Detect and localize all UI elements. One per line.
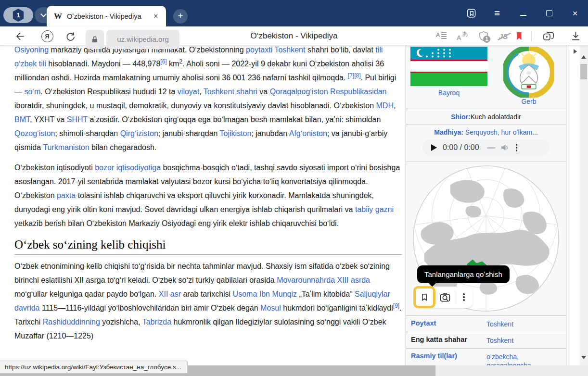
coat-of-arms-link[interactable]: Gerb: [521, 98, 536, 105]
article-paragraph-3: Oʻzbek etnonimining kelib chiqishi toʻgʻ…: [14, 259, 402, 343]
anthem-label-link[interactable]: Madhiya:: [434, 128, 463, 136]
text-link[interactable]: Toshkent shahri: [204, 88, 257, 96]
menu-icon: ≡: [494, 8, 500, 19]
image-hover-toolbar: [414, 287, 473, 308]
audio-progress[interactable]: [487, 147, 496, 149]
vertical-scrollbar-thumb[interactable]: [580, 64, 587, 79]
article-paragraph-2: Oʻzbekiston iqtisodiyoti bozor iqtisodiy…: [14, 161, 402, 230]
page-viewport: Osiyoning markaziy qismida joylashgan ma…: [0, 46, 588, 376]
reload-button[interactable]: [62, 26, 79, 46]
downloads-button[interactable]: [566, 26, 585, 46]
text-span: , YXHT va: [30, 115, 67, 124]
extensions-icon: [542, 30, 555, 42]
text-link[interactable]: poytaxti: [246, 46, 272, 54]
text-link[interactable]: Afgʻoniston: [289, 129, 327, 138]
scroll-right-arrow-icon[interactable]: [574, 49, 577, 54]
image-more-button[interactable]: [455, 287, 473, 308]
uzbekistan-flag-image[interactable]: [410, 47, 487, 86]
text-link[interactable]: Qozogʻiston: [14, 129, 55, 138]
bookmark-outline-icon: [420, 292, 429, 302]
vertical-scrollbar[interactable]: [580, 46, 588, 365]
more-options-icon: [461, 291, 466, 302]
reader-mode-button[interactable]: A: [432, 26, 450, 46]
tab-counter-shield-icon: 1: [12, 9, 25, 22]
browser-tab[interactable]: W Oʻzbekiston - Vikipediya ×: [47, 6, 166, 26]
javascript-toggle-button[interactable]: JS: [494, 26, 513, 46]
text-link[interactable]: [9]: [393, 302, 399, 309]
text-span: „Taʼlim kitobida“: [297, 290, 355, 298]
motto-label-link[interactable]: Shior:: [451, 113, 470, 121]
play-icon[interactable]: [431, 144, 437, 151]
address-bar[interactable]: uz.wikipedia.org: [106, 30, 179, 49]
text-span: ; janubdan: [251, 129, 289, 138]
site-security-button[interactable]: [86, 30, 104, 49]
text-span: yozishicha,: [100, 318, 142, 326]
uzbekistan-coat-of-arms-image[interactable]: [503, 47, 554, 98]
text-link[interactable]: Qirgʻiziston: [120, 129, 158, 138]
tab-close-icon[interactable]: ×: [153, 12, 158, 21]
audio-player: 0:00 / 0:00: [422, 139, 550, 156]
infobox-row-largest-city: Eng katta shahar Toshkent: [406, 332, 566, 349]
wikipedia-favicon: W: [54, 12, 62, 21]
motto-text: Kuch adolatdadir: [471, 113, 521, 121]
new-tab-button[interactable]: +: [173, 9, 188, 24]
text-link[interactable]: XII asr: [159, 290, 181, 298]
yandex-home-button[interactable]: Я: [38, 26, 56, 46]
flag-link[interactable]: Bayroq: [438, 89, 460, 97]
speaker-icon[interactable]: [500, 143, 510, 152]
minimize-button[interactable]: [510, 0, 536, 26]
text-link[interactable]: viloyat: [178, 88, 199, 96]
bookmark-page-button[interactable]: [511, 26, 527, 46]
text-link[interactable]: [6]: [160, 58, 166, 65]
yandex-letter: Я: [45, 33, 49, 40]
text-span: 1115—1116-yildagi yoʻlboshlovchilaridan …: [39, 304, 260, 312]
text-link[interactable]: Usoma Ibn Munqiz: [233, 290, 297, 298]
motto-row: Shior: Kuch adolatdadir: [406, 109, 566, 125]
text-span: ; shimoli-sharqdan: [55, 129, 120, 138]
text-link[interactable]: bozor iqtisodiyotiga: [95, 163, 161, 172]
text-link[interactable]: Tabrizda: [142, 318, 171, 326]
text-span: moʻgʻullar kelguniga qadar paydo boʻlgan…: [14, 290, 159, 298]
text-link[interactable]: Qoraqalpogʻiston Respublikasidan: [270, 88, 387, 96]
scroll-down-arrow-icon[interactable]: [581, 356, 586, 359]
text-link[interactable]: Rashiduddinning: [43, 318, 100, 326]
audio-menu-icon[interactable]: [514, 142, 519, 153]
text-link[interactable]: BMT: [14, 115, 30, 124]
text-link[interactable]: Movarounnahrda XIII asrda: [277, 276, 370, 284]
text-link[interactable]: soʻm: [24, 88, 40, 96]
text-span: iboratdir, shuningdek, u mustaqil, demok…: [14, 101, 376, 110]
text-link[interactable]: Mosul: [260, 304, 281, 312]
text-link[interactable]: tabiiy gazni: [355, 205, 394, 213]
text-link[interactable]: Tojikiston: [220, 129, 252, 138]
text-link[interactable]: Turkmaniston: [43, 143, 89, 151]
domain-text: uz.wikipedia.org: [110, 35, 176, 43]
close-window-button[interactable]: ×: [562, 0, 588, 26]
visual-search-button[interactable]: [435, 287, 455, 308]
capital-value-link[interactable]: Toshkent: [486, 319, 566, 328]
text-link[interactable]: paxta: [57, 191, 76, 200]
text-span: km: [167, 60, 179, 68]
browser-menu-button[interactable]: ≡: [484, 0, 510, 26]
text-span: bilan chegaradosh.: [89, 143, 157, 151]
maximize-button[interactable]: [536, 0, 562, 26]
protect-shield-button[interactable]: 1: [474, 26, 493, 46]
text-span: ; janubi-sharqdan: [158, 129, 220, 138]
largest-city-value-link[interactable]: Toshkent: [486, 336, 566, 345]
scroll-up-arrow-icon[interactable]: [581, 55, 586, 59]
tab-counter-button[interactable]: 1: [3, 7, 33, 23]
side-panel-button[interactable]: [458, 0, 484, 26]
anthem-title-link[interactable]: Serquyosh, hur oʻlkam...: [463, 128, 538, 136]
back-button[interactable]: [11, 26, 28, 46]
text-link[interactable]: SHHT: [67, 115, 88, 124]
text-link[interactable]: MDH: [376, 101, 394, 110]
status-url-bubble: https://uz.wikipedia.org/wiki/Fayl:Узбек…: [0, 361, 188, 374]
audio-time: 0:00 / 0:00: [443, 143, 479, 152]
extensions-button[interactable]: [538, 26, 559, 46]
text-link[interactable]: Toshkent: [274, 46, 305, 54]
camera-search-icon: [439, 292, 451, 302]
text-link[interactable]: Osiyoning: [14, 46, 49, 54]
translate-button[interactable]: A あ: [453, 26, 472, 46]
capital-label-link[interactable]: Poytaxt: [411, 319, 486, 328]
add-to-favorites-button[interactable]: [413, 286, 435, 308]
text-link[interactable]: [7][8]: [348, 72, 361, 79]
